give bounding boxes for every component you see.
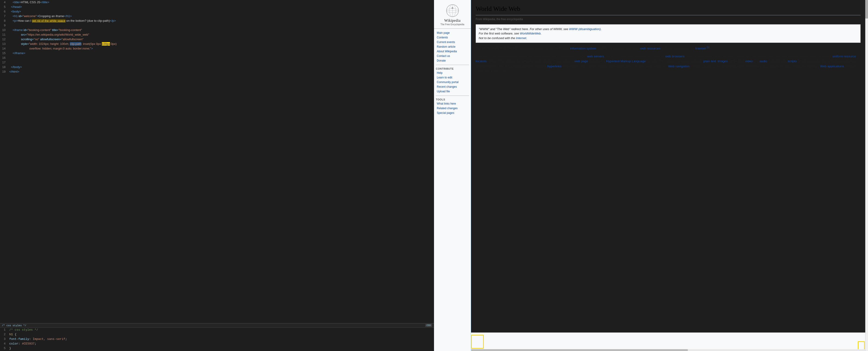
code-line-16: 16 — [0, 56, 434, 60]
wiki-nav-contribute: Contribute Help Learn to edit Community … — [434, 66, 471, 94]
code-line-5: 5 </head> — [0, 5, 434, 9]
infobox-link-3[interactable]: Internet — [516, 36, 526, 40]
svg-text:維: 維 — [452, 7, 454, 9]
wiki-nav-tools: Tools What links here Related changes Sp… — [434, 97, 471, 115]
code-line-13: 13 style="width: 1024px; height: 100vh; … — [0, 42, 434, 46]
sidebar-item-upload-file[interactable]: Upload file — [434, 89, 471, 94]
sidebar-item-current-events[interactable]: Current events — [434, 40, 471, 44]
tools-heading: Tools — [434, 97, 471, 101]
code-line-19: 19 </html> — [0, 69, 434, 74]
link-web-navigation[interactable]: Web navigation — [668, 65, 689, 68]
wiki-content: World Wide Web From Wikipedia, the free … — [471, 0, 865, 332]
link-web-page[interactable]: web page — [575, 60, 588, 63]
wiki-right-scrollbar[interactable] — [865, 0, 868, 351]
sidebar-item-help[interactable]: Help — [434, 70, 471, 75]
sidebar-item-related-changes[interactable]: Related changes — [434, 106, 471, 110]
infobox-line-1: "WWW" and "The Web" redirect here. For o… — [479, 27, 858, 31]
css-line-3: 3 font-family: Impact, sans-serif; — [0, 337, 434, 342]
code-line-9: 9 — [0, 23, 434, 28]
wiki-right-scrollbar-thumb — [865, 0, 868, 19]
wiki-page-title: World Wide Web — [476, 4, 861, 15]
link-info-system[interactable]: information system — [570, 47, 596, 50]
wiki-logo: 維 Wikipedia The Free Encyclopedia — [434, 2, 471, 29]
code-editor-panel: 4 <title>HTML CSS JS</title> 5 </head> 6… — [0, 0, 434, 351]
link-video[interactable]: video — [745, 60, 752, 63]
code-line-6: 6 <body> — [0, 9, 434, 14]
wiki-logo-title: Wikipedia — [435, 19, 470, 23]
code-line-12: 12 scrolling="no" allowfullscreen="allow… — [0, 37, 434, 42]
wiki-sidebar: 維 Wikipedia The Free Encyclopedia Main p… — [434, 0, 471, 351]
code-line-7: 7 <h1 id="welcome">Cropping an iframe</h… — [0, 14, 434, 19]
css-line-2: 2 h1 { — [0, 332, 434, 337]
contribute-heading: Contribute — [434, 66, 471, 70]
css-line-1: 1 /* css styles */ — [0, 328, 434, 332]
code-line-15: 15 </iframe> — [0, 51, 434, 56]
wiki-nav-main: Main page Contents Current events Random… — [434, 31, 471, 63]
link-images[interactable]: images — [718, 60, 728, 63]
wikipedia-panel: 維 Wikipedia The Free Encyclopedia Main p… — [434, 0, 868, 351]
wiki-scrollbar[interactable] — [471, 349, 865, 351]
link-web-browsers[interactable]: web browsers — [665, 55, 684, 58]
css-tab-label: /* css styles */ — [2, 324, 26, 327]
code-line-14: 14 overflow: hidden; margin:0 auto; bord… — [0, 46, 434, 51]
sidebar-item-about-wikipedia[interactable]: About Wikipedia — [434, 49, 471, 54]
css-badge: CSS — [425, 324, 432, 327]
css-tab-bar: /* css styles */ CSS — [0, 323, 434, 328]
link-web-servers[interactable]: web servers — [587, 55, 604, 58]
sidebar-item-random-article[interactable]: Random article — [434, 44, 471, 49]
yellow-annotation-left — [471, 335, 484, 349]
code-line-18: 18 </body> — [0, 65, 434, 69]
link-web-resources[interactable]: web resources — [640, 47, 660, 50]
link-internet[interactable]: Internet — [695, 47, 706, 50]
link-scripts[interactable]: scripts — [788, 60, 797, 63]
wiki-from: From Wikipedia, the free encyclopedia — [476, 17, 861, 22]
sidebar-item-recent-changes[interactable]: Recent changes — [434, 85, 471, 89]
css-editor[interactable]: /* css styles */ CSS 1 /* css styles */ … — [0, 323, 434, 351]
code-line-17: 17 — [0, 60, 434, 65]
sidebar-item-community-portal[interactable]: Community portal — [434, 80, 471, 85]
sidebar-item-contents[interactable]: Contents — [434, 35, 471, 40]
link-plain-text[interactable]: plain text — [704, 60, 716, 63]
sidebar-item-learn-to-edit[interactable]: Learn to edit — [434, 75, 471, 80]
wiki-para-2: Documents and downloadable media are mad… — [476, 54, 861, 74]
link-hyperlinks[interactable]: hyperlinks — [548, 65, 562, 68]
infobox-line-2: For the first web software, see WorldWid… — [479, 31, 858, 36]
ref-1: [1] — [707, 46, 709, 49]
sidebar-item-donate[interactable]: Donate — [434, 58, 471, 63]
link-audio[interactable]: audio — [760, 60, 767, 63]
link-web-apps[interactable]: Web applications — [820, 65, 844, 68]
wiki-globe-icon: 維 — [445, 4, 460, 18]
sidebar-item-special-pages[interactable]: Special pages — [434, 110, 471, 115]
sidebar-item-what-links-here[interactable]: What links here — [434, 101, 471, 106]
code-line-4: 4 <title>HTML CSS JS</title> — [0, 0, 434, 5]
sidebar-item-contact-us[interactable]: Contact us — [434, 54, 471, 58]
css-line-5: 5 } — [0, 346, 434, 351]
wiki-scrollbar-thumb — [471, 349, 688, 351]
wiki-infobox: "WWW" and "The Web" redirect here. For o… — [476, 24, 861, 43]
code-line-10: 10 <iframe id="booking-content" title="b… — [0, 28, 434, 32]
wiki-logo-subtitle: The Free Encyclopedia — [435, 23, 470, 26]
code-line-8: 8 <p>How can I get rid of the white spac… — [0, 19, 434, 23]
sidebar-item-main-page[interactable]: Main page — [434, 31, 471, 35]
nav-divider-1 — [436, 65, 469, 65]
html-editor[interactable]: 4 <title>HTML CSS JS</title> 5 </head> 6… — [0, 0, 434, 323]
link-html[interactable]: Hypertext Markup Language — [606, 60, 646, 63]
infobox-link-2[interactable]: WorldWideWeb — [520, 32, 541, 35]
code-line-11: 11 src="https://en.wikipedia.org/wiki/Wo… — [0, 32, 434, 37]
wiki-para-1: The World Wide Web (WWW), commonly known… — [476, 45, 861, 51]
bold-www-abbr: WWW — [508, 47, 517, 50]
bold-www: World Wide Web — [482, 47, 506, 50]
css-line-4: 4 color: #CE5937; — [0, 342, 434, 346]
infobox-line-3: Not to be confused with the Internet. — [479, 36, 858, 40]
wiki-bottom-area — [471, 332, 865, 351]
infobox-link-1[interactable]: WWW (disambiguation) — [569, 27, 601, 31]
bold-web: Web — [554, 47, 561, 50]
